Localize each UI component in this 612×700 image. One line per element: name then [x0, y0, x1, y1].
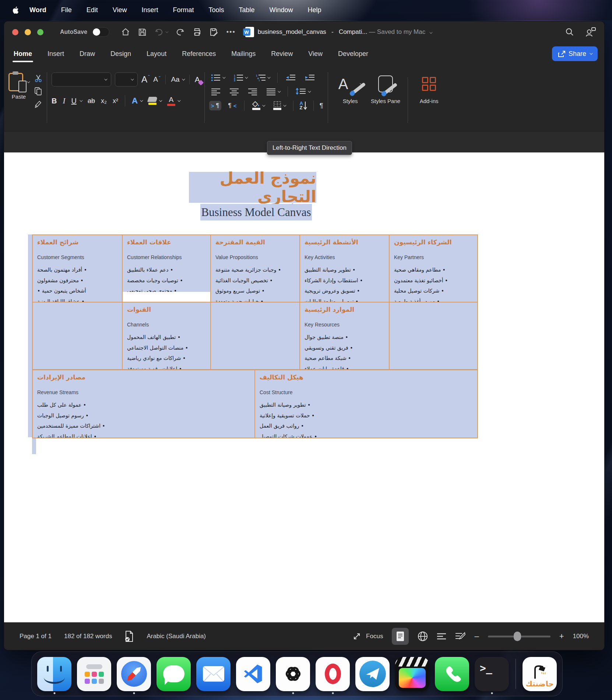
- numbering-button[interactable]: 123: [232, 73, 249, 82]
- dock-app-finder[interactable]: [37, 653, 72, 694]
- tab-design[interactable]: Design: [110, 43, 131, 65]
- tab-developer[interactable]: Developer: [338, 43, 368, 65]
- font-color-button[interactable]: A: [167, 96, 180, 106]
- print-button[interactable]: [193, 28, 201, 36]
- format-painter-button[interactable]: [34, 100, 42, 108]
- canvas-cell-empty-2[interactable]: [211, 302, 300, 370]
- zoom-in-button[interactable]: +: [559, 632, 564, 641]
- undo-button[interactable]: [155, 28, 168, 36]
- menu-item-insert[interactable]: Insert: [141, 6, 158, 14]
- subscript-button[interactable]: x₂: [101, 97, 107, 105]
- dock-app-chatgpt[interactable]: [275, 653, 310, 694]
- document-title-arabic[interactable]: نموذج العمل التجاري: [189, 172, 316, 203]
- menu-item-view[interactable]: View: [113, 6, 127, 14]
- zoom-out-button[interactable]: –: [474, 632, 479, 641]
- underline-chevron-icon[interactable]: [80, 99, 82, 102]
- increase-indent-button[interactable]: [303, 73, 317, 82]
- canvas-cell-key-resources[interactable]: الموارد الرئيسية Key Resources منصة تطبي…: [300, 302, 389, 370]
- dock-app-opera[interactable]: [315, 653, 350, 694]
- ltr-text-direction-button[interactable]: >¶: [209, 101, 221, 110]
- dock-app-phone[interactable]: [435, 653, 469, 694]
- clear-format-button[interactable]: A: [195, 75, 200, 84]
- paste-button[interactable]: Paste: [8, 73, 29, 100]
- more-toolbar-button[interactable]: •••: [226, 28, 236, 36]
- tab-mailings[interactable]: Mailings: [231, 43, 256, 65]
- close-button[interactable]: [12, 29, 18, 35]
- language-status[interactable]: Arabic (Saudi Arabia): [147, 633, 206, 640]
- text-effects-button[interactable]: A: [132, 96, 142, 106]
- canvas-cell-empty-3[interactable]: [389, 302, 478, 370]
- minimize-button[interactable]: [25, 29, 31, 35]
- dock-app-launchpad[interactable]: [77, 653, 112, 694]
- tab-references[interactable]: References: [182, 43, 216, 65]
- multilevel-list-button[interactable]: 1ai: [254, 73, 271, 82]
- autosave-toggle[interactable]: [92, 27, 109, 37]
- copy-button[interactable]: [34, 87, 42, 96]
- menu-item-file[interactable]: File: [61, 6, 72, 14]
- menu-app-name[interactable]: Word: [29, 6, 46, 14]
- apple-menu[interactable]: [12, 6, 19, 15]
- proofing-status[interactable]: [124, 631, 134, 642]
- underline-button[interactable]: U: [71, 97, 76, 105]
- bold-button[interactable]: B: [52, 97, 57, 105]
- add-ins-button[interactable]: Add-ins: [412, 72, 446, 128]
- menu-item-edit[interactable]: Edit: [87, 6, 98, 14]
- save-as-button[interactable]: [210, 28, 218, 36]
- font-name-select[interactable]: [52, 73, 111, 86]
- bullets-button[interactable]: [209, 73, 226, 82]
- saved-chevron-icon[interactable]: [429, 31, 432, 33]
- font-size-select[interactable]: [115, 73, 138, 86]
- shrink-font-button[interactable]: Aˇ: [153, 75, 160, 84]
- home-toolbar-button[interactable]: [121, 28, 130, 36]
- canvas-cell-customer-relationships[interactable]: علاقات العملاء Customer Relationships دع…: [122, 235, 211, 302]
- canvas-cell-empty-1[interactable]: [32, 302, 122, 370]
- word-count[interactable]: 182 of 182 words: [64, 633, 112, 640]
- business-model-canvas-table[interactable]: شرائح العملاء Customer Segments أفراد مه…: [32, 234, 478, 438]
- tab-draw[interactable]: Draw: [80, 43, 95, 65]
- dock-app-safari[interactable]: [116, 653, 151, 694]
- zoom-slider[interactable]: [488, 636, 551, 637]
- canvas-cell-key-partners[interactable]: الشركاء الرئيسيون Key Partners مطاعم ومق…: [389, 235, 478, 302]
- menu-item-tools[interactable]: Tools: [208, 6, 224, 14]
- print-layout-view-button[interactable]: [392, 628, 409, 645]
- menu-item-help[interactable]: Help: [308, 6, 321, 14]
- justify-button[interactable]: [264, 87, 282, 96]
- rtl-text-direction-button[interactable]: ¶<: [226, 101, 239, 110]
- dock-app-mail[interactable]: [196, 653, 231, 694]
- menu-item-window[interactable]: Window: [270, 6, 293, 14]
- italic-button[interactable]: I: [63, 96, 65, 106]
- show-formatting-button[interactable]: ¶: [320, 102, 323, 110]
- zoom-level[interactable]: 100%: [573, 633, 589, 640]
- dock-app-messages[interactable]: [156, 653, 191, 694]
- highlight-color-button[interactable]: [148, 97, 161, 105]
- tab-view[interactable]: View: [308, 43, 323, 65]
- search-button[interactable]: [565, 28, 574, 36]
- draft-view-button[interactable]: [455, 632, 465, 641]
- canvas-cell-value-propositions[interactable]: القيمة المقترحة Value Propositions وجبات…: [211, 235, 300, 302]
- align-center-button[interactable]: [228, 87, 241, 96]
- save-button[interactable]: [138, 28, 147, 36]
- canvas-cell-revenue-streams[interactable]: مصادر الإيرادات Revenue Streams عمولة عل…: [32, 370, 255, 438]
- focus-label[interactable]: Focus: [366, 633, 383, 640]
- shading-button[interactable]: [250, 100, 266, 111]
- zoom-slider-thumb[interactable]: [514, 632, 521, 641]
- align-left-button[interactable]: [209, 87, 222, 96]
- grow-font-button[interactable]: Aˆ: [141, 74, 150, 85]
- dock-app-final-cut-pro[interactable]: [395, 653, 430, 694]
- canvas-cell-cost-structure[interactable]: هيكل التكاليف Cost Structure تطوير وصيان…: [255, 370, 478, 438]
- share-button[interactable]: Share: [552, 46, 598, 61]
- canvas-cell-key-activities[interactable]: الأنشطة الرئيسية Key Activities تطوير وص…: [300, 235, 389, 302]
- dock-app-hadentak[interactable]: حاضنتك: [522, 653, 557, 694]
- menu-item-format[interactable]: Format: [173, 6, 194, 14]
- change-case-button[interactable]: Aa: [171, 75, 184, 84]
- document-subtitle-english[interactable]: Business Model Canvas: [200, 204, 312, 220]
- dock-app-vscode[interactable]: [236, 653, 271, 694]
- strikethrough-button[interactable]: ab: [88, 97, 95, 105]
- outline-view-button[interactable]: [437, 633, 446, 640]
- canvas-cell-channels[interactable]: القنوات Channels تطبيق الهاتف المحمول من…: [122, 302, 211, 370]
- zoom-button[interactable]: [37, 29, 43, 35]
- tab-review[interactable]: Review: [271, 43, 293, 65]
- document-page[interactable]: نموذج العمل التجاري Business Model Canva…: [4, 152, 604, 622]
- dock-app-telegram[interactable]: [355, 653, 390, 694]
- page-count[interactable]: Page 1 of 1: [20, 633, 52, 640]
